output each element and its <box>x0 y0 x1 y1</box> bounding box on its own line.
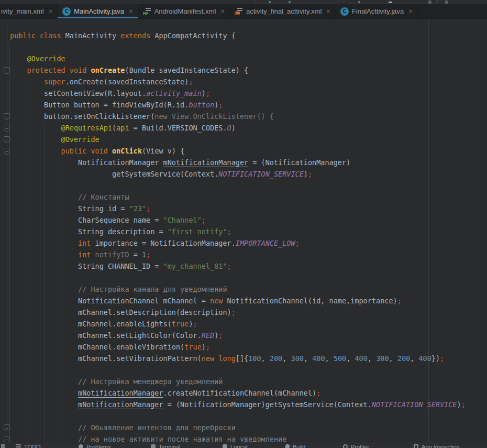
fold-marker-icon[interactable]: - <box>4 436 10 442</box>
problems-icon <box>79 444 83 448</box>
code-line[interactable] <box>10 180 466 191</box>
toolwindow-label: Problems <box>86 443 110 448</box>
close-icon[interactable]: × <box>326 7 330 15</box>
code-line[interactable]: String CHANNEL_ID = "my_channel_01"; <box>10 260 466 272</box>
code-line[interactable] <box>10 364 466 376</box>
logcat-icon <box>223 444 227 448</box>
code-line[interactable]: int notifyID = 1; <box>10 249 466 260</box>
run-configuration-widget[interactable] <box>256 0 339 4</box>
fold-marker-icon[interactable]: - <box>4 125 10 132</box>
code-line[interactable]: mChannel.setVibrationPattern(new long[]{… <box>10 353 466 364</box>
toolwindow-profiler[interactable]: Profiler <box>343 443 369 448</box>
toolwindow-label: Terminal <box>159 443 181 448</box>
terminal-icon <box>151 444 156 448</box>
tab-ivity-main-xml[interactable]: ivity_main.xml× <box>0 4 58 18</box>
close-icon[interactable]: × <box>408 7 413 15</box>
code-line[interactable]: // Обьявление интентов для переброски <box>10 422 466 433</box>
close-icon[interactable]: × <box>49 7 53 15</box>
code-line[interactable]: // Настройка менеджера уведомлений <box>10 376 466 387</box>
toolwindow-build[interactable]: Build <box>285 443 305 448</box>
toolbar-button-icon[interactable] <box>445 1 448 4</box>
code-line[interactable]: mNotificationManager.createNotificationC… <box>10 387 466 399</box>
tool-window-icon[interactable] <box>1 444 5 448</box>
code-line[interactable]: NotificationManager mNotificationManager… <box>10 157 466 168</box>
code-line[interactable]: CharSequence name = "Channel"; <box>10 214 466 226</box>
toolbar-strip <box>0 0 487 4</box>
appinspect-icon <box>414 444 418 448</box>
tool-window-bar: TODOProblemsTerminalLogcatBuildProfilerA… <box>0 442 487 448</box>
tab-label: FinalActtivity.java <box>352 7 404 15</box>
code-line[interactable]: getSystemService(Context.NOTIFICATION_SE… <box>10 168 466 180</box>
java-class-icon: C <box>62 7 71 16</box>
code-line[interactable]: @Override <box>10 53 466 64</box>
code-line[interactable]: protected void onCreate(Bundle savedInst… <box>10 64 466 76</box>
toolwindow-todo[interactable]: TODO <box>16 443 41 448</box>
profiler-icon <box>343 444 348 448</box>
toolwindow-app-inspection[interactable]: App Inspection <box>414 443 460 448</box>
todo-icon <box>16 444 21 448</box>
fold-scope-line <box>7 23 7 442</box>
code-line[interactable]: mChannel.enableLights(true); <box>10 318 466 330</box>
code-line[interactable]: public void onClick(View v) { <box>10 145 466 157</box>
code-line[interactable]: button.setOnClickListener(new View.OnCli… <box>10 111 466 122</box>
code-line[interactable]: // на новое активити после нажатия на ув… <box>10 433 466 442</box>
tab-bar: ivity_main.xml×CMainActivity.java×MFAndr… <box>0 4 487 19</box>
code-line[interactable]: String description = "first notify"; <box>10 226 466 237</box>
toolwindow-label: Logcat <box>230 443 248 448</box>
tab-label: MainActivity.java <box>74 7 124 15</box>
code-line[interactable]: mChannel.setLightColor(Color.RED); <box>10 330 466 341</box>
fold-marker-icon[interactable]: - <box>4 67 10 74</box>
close-icon[interactable]: × <box>220 7 225 15</box>
tab-label: ivity_main.xml <box>1 7 44 15</box>
code-line[interactable]: // Константы <box>10 191 466 203</box>
toolwindow-label: Build <box>293 443 305 448</box>
code-line[interactable]: setContentView(R.layout.activity_main); <box>10 88 466 99</box>
code-line[interactable]: @Override <box>10 134 466 145</box>
code-line[interactable]: mChannel.setDescription(description); <box>10 307 466 318</box>
code-area[interactable]: public class MainActivity extends AppCom… <box>10 30 466 442</box>
tab-finalacttivity-java[interactable]: CFinalActtivity.java× <box>336 4 418 18</box>
toolwindow-terminal[interactable]: Terminal <box>151 443 181 448</box>
code-line[interactable] <box>10 41 466 53</box>
code-line[interactable]: @RequiresApi(api = Build.VERSION_CODES.O… <box>10 122 466 134</box>
tab-label: AndroidManifest.xml <box>154 7 216 15</box>
xml-layout-icon <box>235 7 243 16</box>
code-line[interactable] <box>10 272 466 283</box>
tab-label: activity_final_acttivity.xml <box>246 7 322 15</box>
toolbar-button-icon[interactable] <box>428 1 431 4</box>
toolwindow-label: TODO <box>24 443 41 448</box>
tab-androidmanifest-xml[interactable]: MFAndroidManifest.xml× <box>138 4 230 18</box>
java-class-icon: C <box>340 7 349 16</box>
toolwindow-label: App Inspection <box>422 443 460 448</box>
fold-marker-icon[interactable]: - <box>4 424 10 431</box>
tab-mainactivity-java[interactable]: CMainActivity.java× <box>58 4 138 18</box>
code-line[interactable]: NotificationChannel mChannel = new Notif… <box>10 295 466 307</box>
code-line[interactable]: super.onCreate(savedInstanceState); <box>10 76 466 88</box>
code-editor[interactable]: public class MainActivity extends AppCom… <box>0 19 487 442</box>
fold-marker-icon[interactable]: - <box>4 113 10 120</box>
fold-marker-icon[interactable]: - <box>4 136 10 143</box>
toolbar-dash-icon <box>389 2 392 3</box>
fold-marker-icon[interactable]: - <box>4 148 10 155</box>
close-icon[interactable]: × <box>129 7 133 15</box>
code-line[interactable]: int importance = NotificationManager.IMP… <box>10 237 466 249</box>
code-line[interactable]: mChannel.enableVibration(true); <box>10 341 466 353</box>
code-line[interactable]: // Настройка канала для уведомлений <box>10 283 466 295</box>
device-selector-widget[interactable] <box>349 0 438 4</box>
tab-activity-final-acttivity-xml[interactable]: activity_final_acttivity.xml× <box>230 4 336 18</box>
code-line[interactable]: Button button = findViewById(R.id.button… <box>10 99 466 111</box>
code-line[interactable]: String id = "23"; <box>10 203 466 214</box>
toolwindow-label: Profiler <box>351 443 369 448</box>
code-line[interactable] <box>10 410 466 422</box>
code-line[interactable]: mNotificationManager = (NotificationMana… <box>10 399 466 410</box>
debug-icon[interactable] <box>289 1 291 3</box>
toolwindow-logcat[interactable]: Logcat <box>223 443 248 448</box>
build-icon <box>285 444 291 448</box>
run-icon[interactable] <box>269 1 271 3</box>
code-line[interactable]: public class MainActivity extends AppCom… <box>10 30 466 41</box>
manifest-icon: MF <box>143 7 151 16</box>
status-dot-icon <box>358 1 360 3</box>
toolwindow-problems[interactable]: Problems <box>79 443 110 448</box>
